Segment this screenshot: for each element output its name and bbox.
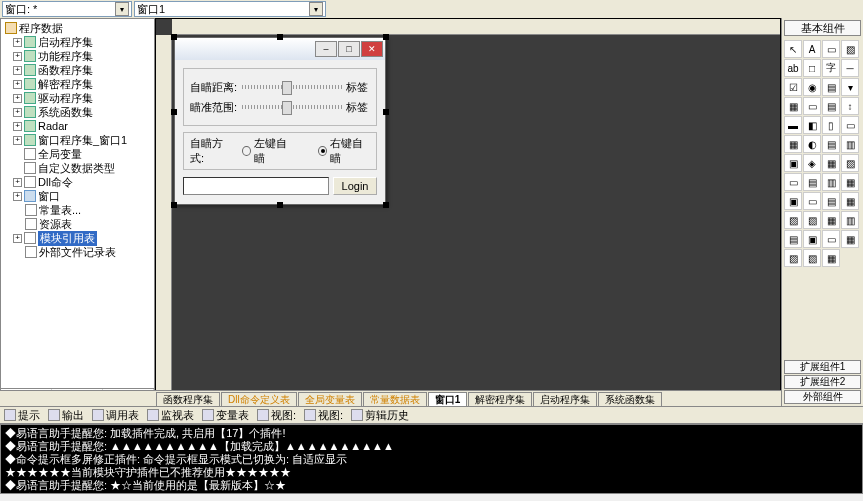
tool-icon[interactable]: ◐	[803, 135, 821, 153]
tool-icon[interactable]: ▤	[803, 173, 821, 191]
doc-tab[interactable]: 解密程序集	[468, 392, 532, 406]
design-surface[interactable]: – □ ✕ 自瞄距离: 标签 瞄准范围:	[155, 18, 781, 406]
slider-aim-range[interactable]	[242, 105, 342, 109]
tree-item[interactable]: 常量表...	[3, 203, 152, 217]
doc-tab[interactable]: Dll命令定义表	[221, 392, 297, 406]
radio-tool-icon[interactable]: ◉	[803, 78, 821, 96]
doc-tab[interactable]: 启动程序集	[533, 392, 597, 406]
toolbox-tab-ext2[interactable]: 扩展组件2	[784, 375, 861, 389]
tool-icon[interactable]: ▦	[822, 154, 840, 172]
minimize-icon[interactable]: –	[315, 41, 337, 57]
tool-icon[interactable]: ▦	[841, 192, 859, 210]
expand-icon[interactable]: +	[13, 192, 22, 201]
login-input[interactable]	[183, 177, 329, 195]
tool-icon[interactable]: ▥	[822, 173, 840, 191]
scroll-tool-icon[interactable]: ↕	[841, 97, 859, 115]
tool-icon[interactable]: ▯	[822, 116, 840, 134]
tb-hint[interactable]: 提示	[4, 408, 40, 423]
tree-item[interactable]: 外部文件记录表	[3, 245, 152, 259]
tool-icon[interactable]: ▭	[822, 230, 840, 248]
tree-item[interactable]: +启动程序集	[3, 35, 152, 49]
expand-icon[interactable]: +	[13, 136, 22, 145]
combo-tool-icon[interactable]: ▾	[841, 78, 859, 96]
tree-item[interactable]: +功能程序集	[3, 49, 152, 63]
tool-icon[interactable]: ▦	[841, 173, 859, 191]
combo-window-scope[interactable]: 窗口: * ▾	[2, 1, 132, 17]
tree-item-selected[interactable]: +模块引用表	[3, 231, 152, 245]
tool-icon[interactable]: ▤	[822, 135, 840, 153]
tool-icon[interactable]: ▭	[803, 192, 821, 210]
line-tool-icon[interactable]: ─	[841, 59, 859, 77]
tool-icon[interactable]: ▥	[841, 211, 859, 229]
edit-tool-icon[interactable]: ab	[784, 59, 802, 77]
expand-icon[interactable]: +	[13, 108, 22, 117]
doc-tab[interactable]: 常量数据表	[363, 392, 427, 406]
tb-watch[interactable]: 监视表	[147, 408, 194, 423]
tree-item[interactable]: 资源表	[3, 217, 152, 231]
tool-icon[interactable]: ▦	[841, 230, 859, 248]
list-tool-icon[interactable]: ▤	[822, 78, 840, 96]
tb-output[interactable]: 输出	[48, 408, 84, 423]
tool-icon[interactable]: ▨	[784, 249, 802, 267]
tree-item[interactable]: +系统函数集	[3, 105, 152, 119]
frame-tool-icon[interactable]: □	[803, 59, 821, 77]
tool-icon[interactable]: ▬	[784, 116, 802, 134]
tool-icon[interactable]: ▣	[784, 154, 802, 172]
tb-view2[interactable]: 视图:	[304, 408, 343, 423]
toolbox-tab-ext1[interactable]: 扩展组件1	[784, 360, 861, 374]
tb-calltable[interactable]: 调用表	[92, 408, 139, 423]
expand-icon[interactable]: +	[13, 178, 22, 187]
tool-icon[interactable]: ▧	[803, 249, 821, 267]
tb-clip[interactable]: 剪辑历史	[351, 408, 409, 423]
tool-icon[interactable]: ▦	[822, 211, 840, 229]
check-tool-icon[interactable]: ☑	[784, 78, 802, 96]
tool-icon[interactable]: ▨	[841, 154, 859, 172]
close-icon[interactable]: ✕	[361, 41, 383, 57]
radio-right-click[interactable]: 右键自瞄	[318, 136, 370, 166]
tab-tool-icon[interactable]: ▭	[803, 97, 821, 115]
mock-window[interactable]: – □ ✕ 自瞄距离: 标签 瞄准范围:	[174, 37, 386, 205]
doc-tab[interactable]: 函数程序集	[156, 392, 220, 406]
output-console[interactable]: ◆易语言助手提醒您: 加载插件完成, 共启用【17】个插件! ◆易语言助手提醒您…	[0, 424, 863, 494]
text-tool-icon[interactable]: 字	[822, 59, 840, 77]
tool-icon[interactable]: ▣	[803, 230, 821, 248]
toolbox-tab-external[interactable]: 外部组件	[784, 390, 861, 404]
expand-icon[interactable]: +	[13, 66, 22, 75]
label-tool-icon[interactable]: A	[803, 40, 821, 58]
tool-icon[interactable]: ◈	[803, 154, 821, 172]
expand-icon[interactable]: +	[13, 122, 22, 131]
doc-tab[interactable]: 全局变量表	[298, 392, 362, 406]
combo-window-name[interactable]: 窗口1 ▾	[134, 1, 326, 17]
expand-icon[interactable]: +	[13, 38, 22, 47]
form-selection[interactable]: – □ ✕ 自瞄距离: 标签 瞄准范围:	[174, 37, 386, 205]
tree-root[interactable]: 程序数据	[3, 21, 152, 35]
tree-item[interactable]: 全局变量	[3, 147, 152, 161]
pointer-tool-icon[interactable]: ↖	[784, 40, 802, 58]
tb-view1[interactable]: 视图:	[257, 408, 296, 423]
slider-aim-distance[interactable]	[242, 85, 342, 89]
tree-item[interactable]: +Dll命令	[3, 175, 152, 189]
grid-tool-icon[interactable]: ▦	[784, 97, 802, 115]
tree-item[interactable]: +Radar	[3, 119, 152, 133]
tree-tool-icon[interactable]: ▤	[822, 97, 840, 115]
doc-tab[interactable]: 系统函数集	[598, 392, 662, 406]
tree-item[interactable]: +解密程序集	[3, 77, 152, 91]
tool-icon[interactable]: ▨	[784, 211, 802, 229]
tree-item[interactable]: +函数程序集	[3, 63, 152, 77]
doc-tab-active[interactable]: 窗口1	[428, 392, 468, 406]
tree-item[interactable]: +窗口	[3, 189, 152, 203]
tree-item[interactable]: 自定义数据类型	[3, 161, 152, 175]
project-tree[interactable]: 程序数据 +启动程序集 +功能程序集 +函数程序集 +解密程序集 +驱动程序集 …	[1, 19, 154, 405]
tree-item[interactable]: +驱动程序集	[3, 91, 152, 105]
tree-item[interactable]: +窗口程序集_窗口1	[3, 133, 152, 147]
tool-icon[interactable]: ▣	[784, 192, 802, 210]
tool-icon[interactable]: ▤	[784, 230, 802, 248]
login-button[interactable]: Login	[333, 177, 377, 195]
radio-left-click[interactable]: 左键自瞄	[242, 136, 294, 166]
tool-icon[interactable]: ▭	[784, 173, 802, 191]
tool-icon[interactable]: ▭	[841, 116, 859, 134]
expand-icon[interactable]: +	[13, 234, 22, 243]
button-tool-icon[interactable]: ▭	[822, 40, 840, 58]
expand-icon[interactable]: +	[13, 52, 22, 61]
tool-icon[interactable]: ◧	[803, 116, 821, 134]
